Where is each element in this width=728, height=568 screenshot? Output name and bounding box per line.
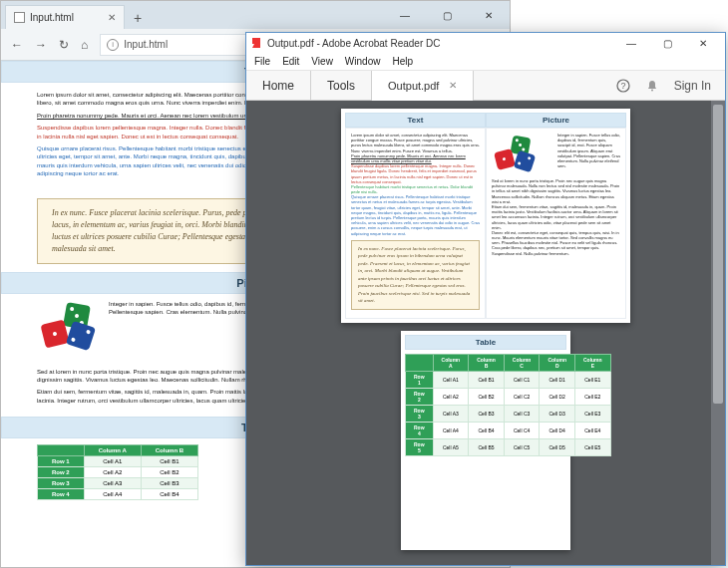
table-row: Row 2Cell A2Cell B2: [38, 467, 198, 478]
para-red: Suspendisse dapibus lorem pellentesque m…: [351, 163, 480, 184]
table-row: Row 4Cell A4Cell B4Cell C4Cell D4Cell E4: [406, 422, 611, 438]
tab-document-label: Output.pdf: [388, 80, 439, 92]
svg-text:?: ?: [621, 81, 626, 91]
tab-document[interactable]: Output.pdf ✕: [372, 71, 474, 101]
close-button[interactable]: ✕: [468, 1, 510, 29]
acrobat-titlebar[interactable]: Output.pdf - Adobe Acrobat Reader DC — ▢…: [246, 33, 725, 53]
menu-help[interactable]: Help: [392, 56, 413, 67]
table-row: Row 2Cell A2Cell B2Cell C2Cell D2Cell E2: [406, 388, 611, 405]
th: Column B: [141, 445, 197, 456]
acrobat-tabs: Home Tools Output.pdf ✕ ? Sign In: [246, 71, 725, 101]
picture-cell: Integer in sapien. Fusce tellus odio, da…: [486, 128, 626, 319]
page-icon: [14, 12, 25, 23]
th: Column A: [84, 445, 141, 456]
home-icon[interactable]: ⌂: [81, 38, 88, 52]
tab-tools[interactable]: Tools: [311, 71, 372, 101]
forward-icon[interactable]: →: [35, 38, 47, 52]
back-icon[interactable]: ←: [11, 38, 23, 52]
para: Donec elit est, consectetur eget, conseq…: [492, 230, 620, 256]
dice-image: [37, 300, 99, 354]
close-button[interactable]: ✕: [685, 33, 721, 53]
minimize-button[interactable]: —: [384, 1, 426, 29]
minimize-button[interactable]: —: [613, 33, 649, 53]
signin-button[interactable]: Sign In: [674, 79, 711, 93]
help-icon[interactable]: ?: [616, 78, 631, 93]
edge-tabstrip: Input.html ✕ + — ▢ ✕: [1, 1, 510, 29]
url-text: Input.html: [124, 39, 168, 50]
table-row: Row 4Cell A4Cell B4: [38, 489, 198, 500]
acrobat-title-text: Output.pdf - Adobe Acrobat Reader DC: [267, 38, 440, 49]
para: Lorem ipsum dolor sit amet, consectetur …: [351, 133, 480, 153]
th: [38, 445, 85, 456]
table-header-row: Column A Column B: [38, 445, 198, 456]
para-blue: Quisque ornare placerat risus. Pellentes…: [351, 194, 480, 236]
scrollbar-thumb[interactable]: [713, 105, 723, 404]
edge-window-controls: — ▢ ✕: [384, 1, 510, 29]
edge-tab-input[interactable]: Input.html ✕: [5, 5, 125, 29]
acrobat-app-icon: [250, 37, 262, 49]
text-cell: Lorem ipsum dolor sit amet, consectetur …: [345, 128, 486, 319]
pdf-page-2: Table Column AColumn BColumn CColumn DCo…: [401, 331, 570, 550]
data-table: Column AColumn BColumn CColumn DColumn E…: [405, 354, 611, 456]
table-header-row: Column AColumn BColumn CColumn DColumn E: [406, 354, 611, 371]
data-table: Column A Column B Row 1Cell A1Cell B1 Ro…: [37, 444, 198, 500]
table-heading: Table: [405, 335, 566, 350]
acrobat-tab-right: ? Sign In: [602, 78, 725, 93]
close-icon[interactable]: ✕: [449, 80, 457, 91]
picture-heading: Picture: [486, 113, 626, 128]
close-icon[interactable]: ✕: [108, 12, 116, 23]
pdf-page-1: Text Picture Lorem ipsum dolor sit amet,…: [341, 109, 630, 323]
vertical-scrollbar[interactable]: [711, 101, 725, 565]
para: Etiam dui sem, fermentum vitae, sagittis…: [492, 204, 620, 230]
para: Sed at lorem in nunc porta tristique. Pr…: [492, 178, 620, 204]
svg-point-2: [651, 89, 653, 91]
table-row: Row 1Cell A1Cell B1: [38, 456, 198, 467]
menu-file[interactable]: File: [254, 56, 270, 67]
para-green: Pellentesque habitant morbi tristique se…: [351, 184, 480, 194]
new-tab-button[interactable]: +: [127, 7, 149, 29]
table-row: Row 3Cell A3Cell B3: [38, 478, 198, 489]
text-heading: Text: [345, 113, 486, 128]
menu-view[interactable]: View: [311, 56, 333, 67]
italic-callout: In ex nunc. Fusce placerat lacinia scele…: [351, 240, 480, 310]
maximize-button[interactable]: ▢: [426, 1, 468, 29]
dice-image: [492, 135, 553, 174]
menu-edit[interactable]: Edit: [282, 56, 299, 67]
maximize-button[interactable]: ▢: [649, 33, 685, 53]
acrobat-menubar: File Edit View Window Help: [246, 53, 725, 71]
table-row: Row 5Cell A5Cell B5Cell C5Cell D5Cell E5: [406, 438, 611, 455]
para-underlined: Proin pharetra nonummy pede. Mauris et o…: [351, 153, 480, 163]
info-icon[interactable]: i: [107, 39, 119, 51]
menu-window[interactable]: Window: [345, 56, 381, 67]
edge-tab-title: Input.html: [30, 12, 74, 23]
tab-home[interactable]: Home: [246, 71, 311, 101]
bell-icon[interactable]: [645, 78, 660, 93]
para: Integer in sapien. Fusce tellus odio, da…: [557, 133, 620, 178]
acrobat-window-controls: — ▢ ✕: [613, 33, 721, 53]
table-row: Row 3Cell A3Cell B3Cell C3Cell D3Cell E3: [406, 405, 611, 422]
acrobat-document-viewport[interactable]: Text Picture Lorem ipsum dolor sit amet,…: [246, 101, 725, 565]
table-row: Row 1Cell A1Cell B1Cell C1Cell D1Cell E1: [406, 371, 611, 388]
reload-icon[interactable]: ↻: [59, 38, 69, 52]
acrobat-window: Output.pdf - Adobe Acrobat Reader DC — ▢…: [245, 32, 726, 566]
